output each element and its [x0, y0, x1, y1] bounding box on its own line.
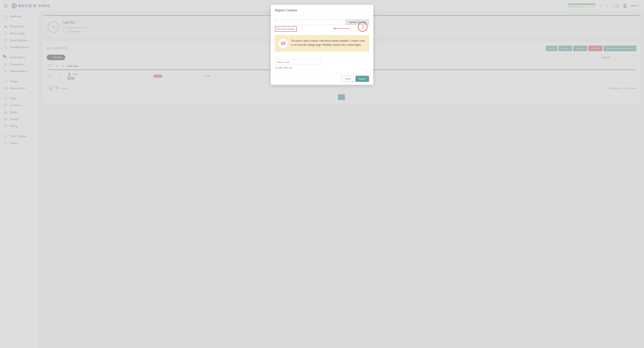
info-text: No need to add a country code before pho…: [291, 39, 366, 47]
annotation-number: 3: [358, 22, 368, 32]
add-new-list-link[interactable]: Or add a new list: [275, 66, 369, 69]
import-modal: Import Contacts Upload CSV File Download…: [271, 5, 373, 85]
annotation-arrow: [332, 26, 351, 30]
close-button[interactable]: Close: [342, 76, 354, 82]
file-path-input[interactable]: [275, 19, 346, 25]
svg-marker-22: [334, 28, 335, 29]
list-select[interactable]: [275, 59, 321, 65]
import-button[interactable]: Import: [355, 76, 369, 82]
graduation-cap-icon: [279, 39, 288, 48]
download-sample-link[interactable]: Download Sample: [275, 26, 297, 32]
info-box: No need to add a country code before pho…: [275, 35, 369, 52]
modal-title: Import Contacts: [271, 5, 373, 16]
